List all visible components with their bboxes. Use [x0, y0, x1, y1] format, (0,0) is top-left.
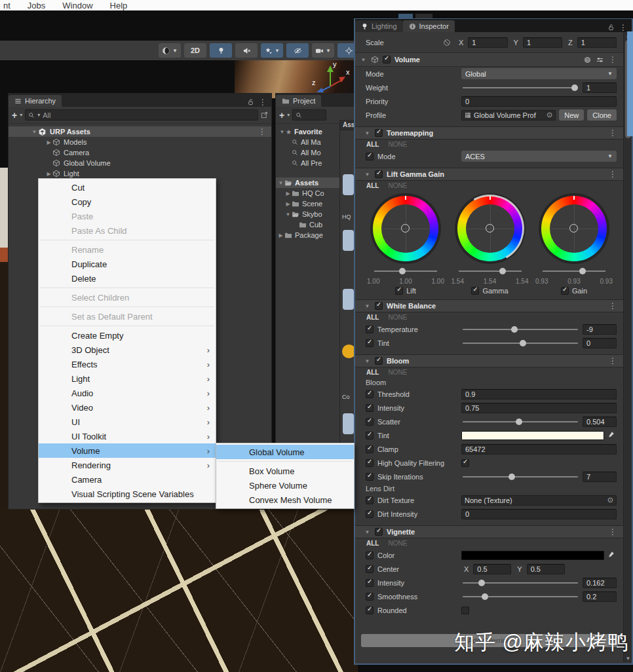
rounded-value-checkbox[interactable] — [461, 607, 469, 614]
scroll-down-arrow[interactable]: ▼ — [624, 656, 632, 662]
tree-item-models[interactable]: ▶Models — [9, 137, 271, 147]
wheel-selector-dot[interactable] — [569, 224, 578, 233]
menu-item-duplicate[interactable]: Duplicate — [39, 257, 216, 271]
wheel-selector-dot[interactable] — [401, 224, 410, 233]
override-checkbox[interactable] — [366, 473, 374, 481]
tree-item-all-mo[interactable]: All Mo — [276, 147, 339, 158]
volume-component-header[interactable]: ▼Volume?⋮ — [355, 52, 623, 67]
tree-item-scene[interactable]: ▶Scene — [276, 198, 339, 209]
slider-thumb[interactable] — [516, 419, 522, 425]
gain-color-wheel[interactable] — [541, 196, 607, 261]
override-checkbox[interactable] — [366, 510, 374, 518]
help-icon[interactable]: ? — [584, 56, 591, 64]
add-asset-button[interactable]: + — [279, 110, 284, 121]
hierarchy-search-input[interactable]: ▾All — [25, 109, 258, 121]
section-enabled-checkbox[interactable] — [375, 528, 383, 536]
tab-project[interactable]: Project — [276, 95, 321, 107]
override-checkbox[interactable] — [366, 565, 374, 573]
gain-checkbox[interactable] — [561, 287, 569, 295]
scale-y-field[interactable]: 1 — [523, 37, 562, 48]
center-x-field[interactable]: 0.5 — [473, 564, 511, 574]
menu-item-camera[interactable]: Camera — [39, 472, 216, 487]
menu-item-3d-object[interactable]: 3D Object› — [39, 343, 216, 357]
skip-iterations-value-field[interactable]: 7 — [583, 472, 617, 482]
intensity-value-field[interactable]: 0.162 — [583, 578, 617, 588]
smoothness-slider[interactable] — [461, 593, 579, 601]
lift-checkbox[interactable] — [395, 287, 403, 295]
gamma-checkbox[interactable] — [471, 287, 479, 295]
tree-item-light[interactable]: ▶Light — [9, 168, 271, 179]
asset-thumbnail[interactable] — [343, 413, 354, 434]
all-toggle[interactable]: ALL — [366, 182, 379, 189]
add-object-button[interactable]: + — [12, 110, 17, 121]
override-checkbox[interactable] — [366, 607, 374, 614]
audio-mute-button[interactable] — [235, 43, 258, 58]
none-toggle[interactable]: NONE — [388, 314, 407, 321]
scale-x-field[interactable]: 1 — [468, 37, 507, 48]
dirt-intensity-field[interactable]: 0 — [461, 509, 617, 519]
menu-item-create-empty[interactable]: Create Empty — [39, 328, 216, 343]
tree-item-skybo[interactable]: ▼Skybo — [276, 209, 339, 219]
menu-item-light[interactable]: Light› — [39, 371, 216, 386]
override-checkbox[interactable] — [366, 404, 374, 412]
menu-item-audio[interactable]: Audio› — [39, 386, 216, 400]
tree-item-favorites[interactable]: ▼★Favorite — [276, 126, 339, 137]
slider-thumb[interactable] — [508, 474, 515, 480]
tree-item-assets[interactable]: ▼Assets — [276, 177, 339, 188]
override-checkbox[interactable] — [366, 339, 374, 347]
menu-item-cut[interactable]: Cut — [39, 180, 216, 195]
section-header-tonemapping[interactable]: ▼Tonemapping⋮ — [355, 126, 623, 140]
menu-item-sphere-volume[interactable]: Sphere Volume — [216, 478, 354, 493]
tree-item-cub[interactable]: Cub — [276, 219, 339, 230]
tab-hierarchy[interactable]: Hierarchy — [9, 95, 62, 107]
menu-item-volume[interactable]: Volume› — [39, 443, 216, 458]
2d-toggle-button[interactable]: 2D — [184, 43, 206, 58]
menu-item-effects[interactable]: Effects› — [39, 357, 216, 371]
all-toggle[interactable]: ALL — [366, 141, 379, 148]
override-checkbox[interactable] — [366, 593, 374, 601]
scatter-value-field[interactable]: 0.504 — [583, 417, 617, 427]
scene-lighting-button[interactable] — [210, 43, 232, 58]
tree-item-package[interactable]: ▶Package — [276, 230, 339, 240]
menu-jobs[interactable]: Jobs — [28, 1, 45, 10]
eyedropper-icon[interactable] — [607, 431, 617, 439]
slider-thumb[interactable] — [478, 580, 485, 586]
override-checkbox[interactable] — [366, 496, 374, 504]
link-broken-icon[interactable] — [443, 39, 451, 47]
override-checkbox[interactable] — [366, 445, 374, 453]
override-checkbox[interactable] — [366, 390, 374, 398]
none-toggle[interactable]: NONE — [388, 540, 407, 547]
lift-wheel-slider[interactable] — [374, 267, 437, 276]
high-quality-filtering-value-checkbox[interactable] — [461, 459, 469, 467]
menu-item-box-volume[interactable]: Box Volume — [216, 464, 354, 478]
add-asset-caret-icon[interactable]: ▾ — [287, 112, 290, 118]
menu-item-ui[interactable]: UI› — [39, 415, 216, 429]
hidden-objects-button[interactable] — [286, 43, 309, 58]
menu-item-rendering[interactable]: Rendering› — [39, 458, 216, 472]
mode-dropdown[interactable]: Global▼ — [461, 68, 617, 79]
camera-view-button[interactable]: ▼ — [312, 43, 334, 58]
threshold-field[interactable]: 0.9 — [461, 389, 617, 400]
section-header-lift-gamma-gain[interactable]: ▼Lift Gamma Gain⋮ — [355, 168, 623, 181]
override-checkbox[interactable] — [366, 579, 374, 587]
effects-button[interactable]: ▼ — [261, 43, 283, 58]
kebab-menu-icon[interactable]: ⋮ — [609, 303, 617, 309]
popout-icon[interactable] — [261, 111, 268, 119]
section-header-bloom[interactable]: ▼Bloom⋮ — [355, 354, 623, 367]
kebab-menu-icon[interactable]: ⋮ — [609, 358, 617, 364]
kebab-menu-icon[interactable]: ⋮ — [609, 171, 617, 177]
override-checkbox[interactable] — [366, 153, 374, 160]
shading-mode-button[interactable]: ▼ — [159, 43, 181, 58]
menu-nt[interactable]: nt — [3, 1, 10, 10]
tree-item-hq-co[interactable]: ▶HQ Co — [276, 188, 339, 198]
menu-window[interactable]: Window — [62, 1, 92, 10]
tree-item-all-pre[interactable]: All Pre — [276, 158, 339, 168]
mode-dropdown[interactable]: ACES▼ — [461, 151, 617, 162]
asset-thumbnail[interactable] — [343, 230, 354, 251]
scale-z-field[interactable]: 1 — [577, 37, 617, 48]
menu-item-ui-toolkit[interactable]: UI Toolkit› — [39, 429, 216, 443]
color-color-swatch[interactable] — [461, 551, 604, 560]
slider-thumb[interactable] — [520, 340, 526, 346]
section-enabled-checkbox[interactable] — [375, 357, 383, 365]
menu-item-convex-mesh-volume[interactable]: Convex Mesh Volume — [216, 493, 354, 507]
